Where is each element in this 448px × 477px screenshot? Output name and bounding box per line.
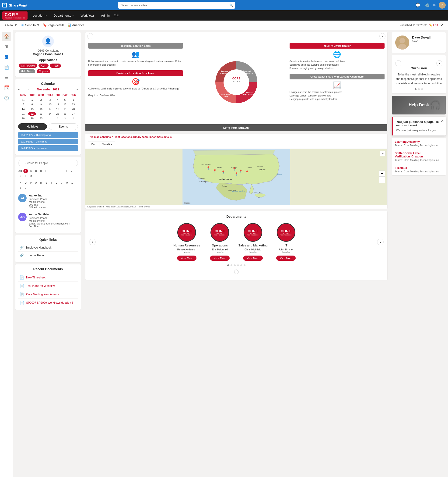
nav-admin[interactable]: Admin [98, 10, 113, 21]
cal-day-3-2[interactable]: 23 [36, 112, 46, 116]
cal-day-4-5[interactable]: 3 [61, 116, 69, 120]
alpha-btn-j[interactable]: J [70, 169, 74, 173]
cal-day-0-5[interactable]: 5 [61, 98, 69, 102]
holiday-2[interactable]: 12/24/2022 - Christmas [18, 145, 78, 151]
cal-day-1-1[interactable]: 8 [28, 102, 36, 107]
alpha-btn-z[interactable]: Z [23, 185, 28, 190]
sidebar-people-icon[interactable]: 👤 [2, 52, 11, 62]
app-adp[interactable]: ADP [39, 64, 48, 68]
alpha-btn-all[interactable]: ALL [18, 169, 23, 173]
sidebar-clock-icon[interactable]: 🕐 [2, 93, 11, 103]
cal-prev[interactable]: ‹ [28, 87, 29, 91]
alpha-btn-t[interactable]: T [49, 180, 54, 185]
cal-day-1-2[interactable]: 9 [36, 102, 46, 107]
strategy-prev-btn[interactable]: ‹ [87, 33, 93, 39]
alpha-btn-h[interactable]: H [59, 169, 64, 173]
alpha-btn-x[interactable]: X [70, 180, 74, 185]
dept-dot-1[interactable] [231, 264, 233, 266]
cal-day-2-6[interactable]: 20 [69, 107, 77, 111]
alpha-btn-v[interactable]: V [59, 180, 64, 185]
alpha-btn-b[interactable]: B [29, 169, 33, 173]
sidebar-list-icon[interactable]: ☰ [2, 73, 11, 82]
new-button[interactable]: + New ▼ [5, 23, 17, 27]
expand-button[interactable]: ⤢ [440, 23, 443, 27]
alpha-btn-g[interactable]: G [54, 169, 59, 173]
dept-view-more-0[interactable]: View More [177, 256, 197, 261]
vision-prev-btn[interactable]: ‹ [395, 60, 401, 66]
app-cognos[interactable]: Cognos [37, 69, 50, 73]
quick-link-0[interactable]: 🔗 Employee Handbook [18, 244, 78, 252]
alpha-btn-c[interactable]: C [34, 169, 38, 173]
page-details-button[interactable]: 🔖 Page details [43, 23, 64, 27]
cal-day-0-1[interactable]: 1 [28, 98, 36, 102]
map-zoom-out[interactable]: − [379, 177, 385, 183]
sidebar-apps-icon[interactable]: ⊞ [2, 42, 11, 51]
cal-tab-events[interactable]: Events [49, 123, 78, 130]
cal-day-4-1[interactable]: 29 [28, 116, 36, 120]
cal-day-1-0[interactable]: 7 [19, 102, 28, 107]
cal-day-3-6[interactable]: 27 [69, 112, 77, 116]
dept-dot-5[interactable] [244, 264, 245, 266]
strategy-next-btn[interactable]: › [379, 33, 385, 39]
app-ctr-payroll[interactable]: CTR Payroll [19, 64, 37, 68]
cal-day-3-0[interactable]: 21 [19, 112, 28, 116]
nav-location[interactable]: Location ▼ [29, 10, 50, 21]
dept-dot-4[interactable] [240, 264, 242, 266]
cal-day-0-6[interactable]: 6 [69, 98, 77, 102]
alpha-btn-r[interactable]: R [39, 180, 43, 185]
cal-tab-holidays[interactable]: Holidays [18, 123, 47, 130]
user-avatar[interactable]: IK [439, 2, 446, 9]
cal-day-3-5[interactable]: 26 [61, 112, 69, 116]
alpha-btn-l[interactable]: L [23, 174, 28, 179]
alpha-btn-i[interactable]: I [64, 169, 69, 173]
quick-link-1[interactable]: 🔗 Expense Report [18, 252, 78, 259]
cal-day-2-1[interactable]: 15 [28, 107, 36, 111]
alpha-btn-f[interactable]: F [49, 169, 54, 173]
alpha-btn-a[interactable]: A [23, 169, 28, 173]
analytics-button[interactable]: 📊 Analytics [67, 23, 84, 27]
search-input[interactable] [118, 2, 235, 9]
cal-day-1-3[interactable]: 10 [46, 102, 54, 107]
app-help-desk[interactable]: Help Desk [19, 69, 35, 73]
cal-day-4-0[interactable]: 28 [19, 116, 28, 120]
helpdesk-card[interactable]: Help Desk 🎧 [392, 96, 446, 114]
cal-prev-prev[interactable]: « [18, 87, 20, 91]
cal-day-0-2[interactable]: 2 [36, 98, 46, 102]
doc-item-3[interactable]: 📄 SP2007 SP2020 Workflows details v5 [18, 298, 78, 307]
alpha-btn-y[interactable]: Y [18, 185, 23, 190]
dept-dot-3[interactable] [237, 264, 239, 266]
cal-day-2-2[interactable]: 16 [36, 107, 46, 111]
nav-edit[interactable]: Edit [114, 14, 119, 17]
nav-workflows[interactable]: Workflows [77, 10, 98, 21]
alpha-btn-m[interactable]: M [29, 174, 33, 179]
edit-link[interactable]: ✏️ Edit [429, 24, 438, 27]
alpha-btn-e[interactable]: E [44, 169, 48, 173]
vision-dot-2[interactable] [421, 88, 423, 90]
dept-dot-0[interactable] [227, 264, 229, 266]
map-zoom-in[interactable]: + [379, 171, 385, 177]
alpha-btn-p[interactable]: P [29, 180, 33, 185]
alpha-btn-q[interactable]: Q [34, 180, 38, 185]
vision-dot-0[interactable] [415, 88, 417, 90]
sidebar-calendar-icon[interactable]: 📅 [2, 83, 11, 93]
map-fullscreen-icon[interactable]: ⤢ [380, 151, 385, 156]
alpha-btn-w[interactable]: W [64, 180, 69, 185]
alpha-btn-d[interactable]: D [39, 169, 43, 173]
doc-item-2[interactable]: 📄 Core Molding Permissions [18, 290, 78, 298]
doc-item-1[interactable]: 📄 Test Plans for Workflow [18, 282, 78, 290]
cal-next[interactable]: › [67, 87, 68, 91]
dept-view-more-3[interactable]: View More [276, 256, 296, 261]
alpha-btn-k[interactable]: K [18, 174, 23, 179]
people-search-input[interactable] [18, 160, 78, 166]
cal-day-2-3[interactable]: 17 [46, 107, 54, 111]
nav-departments[interactable]: Departments ▼ [50, 10, 77, 21]
app-tress[interactable]: Tress [50, 64, 61, 68]
cal-day-4-6[interactable]: 4 [69, 116, 77, 120]
notification-close-button[interactable]: ✕ [441, 119, 444, 123]
cal-day-1-6[interactable]: 13 [69, 102, 77, 107]
map-tab-satellite[interactable]: Satellite [99, 142, 115, 147]
dept-next-btn[interactable]: › [377, 239, 384, 245]
alpha-btn-u[interactable]: U [54, 180, 59, 185]
cal-day-2-4[interactable]: 18 [55, 107, 61, 111]
dept-dot-2[interactable] [234, 264, 236, 266]
